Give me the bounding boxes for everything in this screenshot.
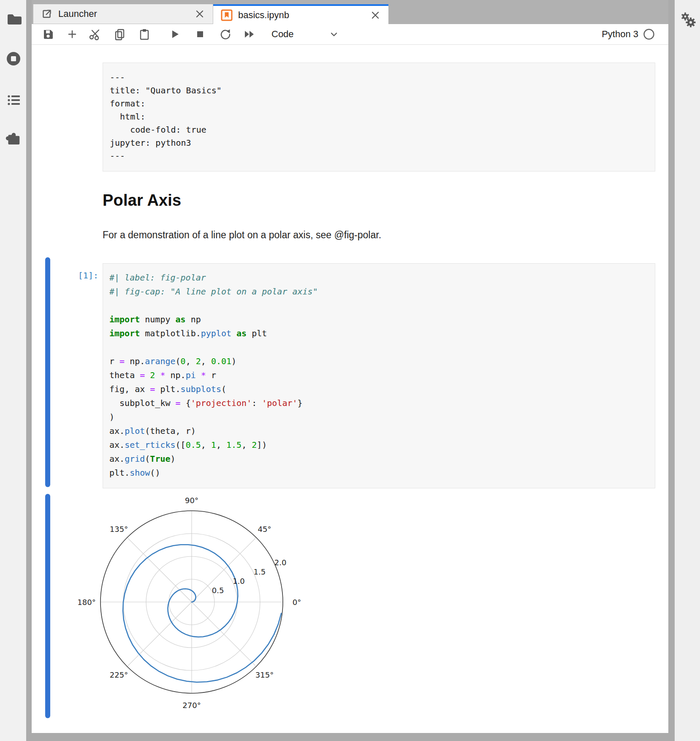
tab-basics-ipynb[interactable]: basics.ipynb [213, 4, 388, 24]
svg-text:1.5: 1.5 [253, 567, 266, 576]
tab-launcher[interactable]: Launcher [33, 4, 213, 24]
extensions-icon[interactable] [5, 130, 22, 146]
output-cell-collapser[interactable] [45, 494, 50, 718]
notebook-icon [220, 9, 233, 22]
running-sessions-icon[interactable] [5, 51, 22, 67]
cut-icon[interactable] [88, 27, 101, 41]
run-all-icon[interactable] [243, 27, 256, 41]
execution-count: [1]: [49, 270, 98, 281]
polar-plot-output: 0°45°90°135°180°225°270°315°0.51.01.52.0 [73, 490, 318, 720]
svg-text:0.5: 0.5 [212, 586, 224, 595]
insert-cell-icon[interactable] [65, 27, 79, 41]
right-rail [675, 0, 700, 741]
svg-text:180°: 180° [77, 598, 95, 607]
close-icon[interactable] [370, 10, 381, 21]
markdown-paragraph: For a demonstration of a line plot on a … [103, 229, 381, 241]
svg-text:1.0: 1.0 [233, 577, 245, 586]
settings-gears-icon[interactable] [679, 11, 697, 30]
save-icon[interactable] [41, 27, 55, 41]
file-browser-icon[interactable] [5, 10, 22, 26]
svg-text:225°: 225° [110, 670, 128, 679]
kernel-status-icon[interactable] [643, 28, 655, 40]
cell-type-select-label[interactable]: Code [271, 29, 294, 40]
svg-text:90°: 90° [185, 496, 198, 505]
markdown-heading: Polar Axis [103, 191, 181, 210]
svg-text:315°: 315° [255, 670, 274, 679]
svg-text:270°: 270° [182, 701, 201, 710]
table-of-contents-icon[interactable] [5, 92, 22, 108]
run-icon[interactable] [168, 27, 182, 41]
notebook-toolbar: Code Python 3 [32, 24, 668, 45]
large-gear [686, 18, 696, 27]
jupyterlab-window: Launcher basics.ipynb [32, 0, 668, 733]
stop-icon[interactable] [193, 27, 207, 41]
notebook-content: ---title: "Quarto Basics"format: html: c… [32, 45, 668, 733]
tab-basics-label: basics.ipynb [238, 10, 370, 21]
svg-text:2.0: 2.0 [274, 558, 287, 567]
paste-icon[interactable] [138, 27, 151, 41]
code-cell-collapser[interactable] [45, 257, 50, 487]
activity-sidebar [0, 0, 26, 741]
svg-text:135°: 135° [110, 525, 128, 534]
chevron-down-icon[interactable] [328, 29, 339, 40]
close-icon[interactable] [194, 8, 205, 19]
tab-bar: Launcher basics.ipynb [32, 0, 668, 24]
kernel-name[interactable]: Python 3 [602, 29, 638, 40]
restart-kernel-icon[interactable] [219, 27, 232, 41]
yaml-raw-cell[interactable]: ---title: "Quarto Basics"format: html: c… [103, 63, 655, 172]
code-cell-editor[interactable]: #| label: fig-polar#| fig-cap: "A line p… [103, 263, 655, 488]
launch-icon [41, 8, 53, 20]
svg-text:45°: 45° [258, 525, 271, 534]
svg-text:0°: 0° [293, 598, 301, 607]
copy-icon[interactable] [113, 27, 127, 41]
tab-launcher-label: Launcher [58, 8, 194, 19]
